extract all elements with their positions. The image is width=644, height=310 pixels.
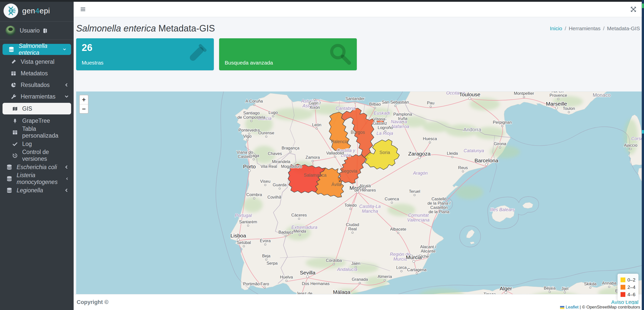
sidebar-item-control-de-versiones[interactable]: Control de versiones [0,150,74,161]
map-area-label: Corse [631,136,642,141]
sidebar-item-gis[interactable]: GIS [3,103,71,114]
chevron-left-icon [64,165,69,170]
database-icon [6,187,13,194]
city-label: Badajoz [278,230,294,234]
database-icon [8,46,15,53]
sidebar: gen4epi Usuario Salmonella enterica Vist… [0,0,74,310]
city-label: Huesca [423,136,437,141]
city-label: Gijón /Xixón [309,101,321,110]
page-title: Salmonella enterica Metadata-GIS [76,23,215,34]
city-label: Zaragoza [408,151,431,157]
zoom-out-button[interactable]: − [80,104,88,113]
sidebar-item-escherichia-coli[interactable]: Escherichia coli [0,161,74,173]
city-dot [355,266,357,268]
sidebar-item-metadatos[interactable]: Metadatos [0,68,74,79]
city-dot [266,259,267,260]
map-canvas[interactable]: PalenciaBurgosSoriaSegoviaÁvilaSalamanca… [76,91,642,310]
city-label: Cuenca [385,197,399,201]
city-dot [414,194,415,196]
city-label: Dos Hermanas [302,281,330,286]
busqueda-avanzada-label: Busqueda avanzada [225,60,273,66]
fullscreen-expand-icon[interactable] [630,6,637,13]
logout-door-icon[interactable] [42,28,48,34]
city-label: Bragança [282,146,300,150]
scrollbar-mark-teal [642,130,644,134]
sidebar-item-grapetree[interactable]: GrapeTree [0,115,74,127]
city-label: Reus [458,165,468,170]
city-label: León [312,122,321,127]
city-label: Murcia [406,254,422,260]
city-label: Alger [500,286,512,291]
chevron-left-icon [65,176,69,181]
city-dot [290,151,291,152]
city-dot [608,286,610,288]
city-label: Viana doCastelo [237,150,253,159]
city-label: Córdoba [326,258,342,263]
city-label: A Coruña [246,99,263,103]
sidebar-item-legionella[interactable]: Legionella [0,184,74,196]
map-legend: 0–22–44–6 [618,274,638,301]
window-top-edge [0,0,644,2]
brand[interactable]: gen4epi [0,0,74,22]
sidebar-item-tabla-personalizada[interactable]: Tabla personalizada [0,127,74,138]
sidebar-item-salmonella-enterica[interactable]: Salmonella enterica [3,44,71,55]
city-dot [298,218,300,220]
province-label: Palencia [331,139,348,144]
city-label: Santander [345,96,365,101]
map-zoom-control: + − [79,95,89,114]
gis-map[interactable]: PalenciaBurgosSoriaSegoviaÁvilaSalamanca… [76,91,642,310]
city-label: Skikda [584,282,597,286]
scrollbar-mark-green [642,4,644,8]
legend-label: 2–4 [627,285,635,290]
city-label: Porto [243,164,256,169]
city-label: Jaén [351,261,360,266]
city-label: Portimão [243,282,260,286]
sidebar-item-vista-general[interactable]: Vista general [0,56,74,68]
scrollbar[interactable] [642,0,644,310]
sidebar-item-herramientas[interactable]: Herramientas [0,91,74,102]
city-label: Andorra [463,127,481,132]
zoom-in-button[interactable]: + [80,95,88,104]
city-dot [312,160,313,162]
city-dot [285,235,287,237]
city-label: Mirandela [272,159,290,164]
city-dot [333,263,335,265]
sidebar-menu: Salmonella enterica Vista general Metada… [0,40,74,199]
city-label: Perpignan [493,120,512,125]
city-label: Marseille [546,101,567,107]
city-dot [505,292,507,294]
city-dot [555,107,558,109]
city-label: Granada [352,277,368,282]
city-label: Pau [427,101,434,105]
city-label: Montpellier [514,91,534,96]
city-label: Teruel [409,189,420,194]
breadcrumb-herramientas: Herramientas [569,25,600,31]
map-area-label: Aragón [413,171,428,176]
leaflet-link[interactable]: Leaflet [566,305,578,310]
breadcrumb-inicio[interactable]: Inicio [550,25,562,31]
city-dot [265,184,266,186]
chevron-left-icon [64,82,69,87]
city-dot [485,164,488,166]
city-label: Annaba [602,281,617,285]
user-panel[interactable]: Usuario [0,22,74,40]
map-attribution: Leaflet | © OpenStreetMap contributors [558,304,642,310]
legend-item: 2–4 [621,284,635,291]
city-label: Serpa [267,261,278,265]
city-dot [243,245,245,247]
hamburger-menu-icon[interactable] [80,6,86,12]
city-label: Toulouse [459,91,480,97]
city-dot [334,156,336,158]
city-label: Girona [494,141,506,146]
sidebar-item-listeria-monocytogenes[interactable]: Listeria monocytogenes [0,173,74,184]
muestras-card[interactable]: 26 Muestras [76,38,214,70]
sidebar-item-log[interactable]: Log [0,138,74,150]
busqueda-avanzada-card[interactable]: Busqueda avanzada [219,38,357,70]
city-label: Béjaïa [544,286,556,290]
city-dot [350,208,351,210]
city-dot [247,139,248,141]
sidebar-item-resultados[interactable]: Resultados [0,79,74,91]
city-dot [286,280,287,282]
city-dot [279,188,280,189]
city-label: Zamora [306,155,320,160]
